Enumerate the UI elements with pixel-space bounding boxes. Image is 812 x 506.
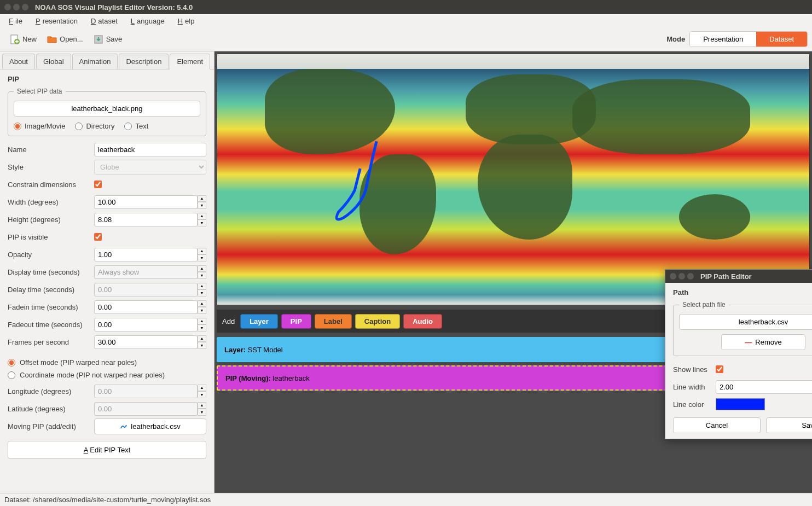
- show-lines-checkbox[interactable]: [716, 365, 723, 373]
- style-select: Globe: [94, 160, 206, 175]
- opacity-field[interactable]: [94, 248, 198, 261]
- map-preview[interactable]: [217, 54, 810, 305]
- tab-animation[interactable]: Animation: [72, 54, 118, 69]
- toolbar: New Open... Save Mode Presentation Datas…: [0, 27, 812, 51]
- statusbar: Dataset: /shared/sos/media/site-custom/t…: [0, 493, 812, 506]
- menubar: File Presentation Dataset Language Help: [0, 14, 812, 27]
- dialog-title: PIP Path Editor: [700, 272, 752, 281]
- delay-time-field: [94, 283, 198, 296]
- display-time-field: [94, 265, 198, 279]
- select-path-file-fieldset: Select path file leatherback.csv — Remov…: [673, 301, 812, 356]
- cancel-button[interactable]: Cancel: [673, 417, 761, 433]
- height-down[interactable]: ▼: [198, 219, 206, 226]
- save-icon: [93, 34, 104, 45]
- name-field[interactable]: [94, 143, 206, 156]
- statusbar-text: Dataset: /shared/sos/media/site-custom/t…: [4, 496, 211, 504]
- width-down[interactable]: ▼: [198, 202, 206, 209]
- add-caption-button[interactable]: Caption: [355, 314, 400, 329]
- mode-dataset-button[interactable]: Dataset: [756, 32, 807, 46]
- add-pip-button[interactable]: PIP: [281, 314, 311, 329]
- menu-file[interactable]: File: [4, 16, 25, 26]
- line-color-swatch[interactable]: [716, 398, 765, 410]
- edit-pip-text-button[interactable]: A Edit PIP Text: [8, 441, 206, 459]
- radio-coord-mode[interactable]: Coordinate mode (PIP not warped near pol…: [8, 369, 206, 381]
- tab-about[interactable]: About: [2, 54, 35, 69]
- add-label-button[interactable]: Label: [315, 314, 352, 329]
- element-form: PIP Select PIP data leatherback_black.pn…: [0, 69, 214, 493]
- mode-toggle: Presentation Dataset: [689, 31, 808, 47]
- height-up[interactable]: ▲: [198, 213, 206, 220]
- tab-global[interactable]: Global: [36, 54, 71, 69]
- format-icon: A: [84, 446, 88, 454]
- window-titlebar: NOAA SOS Visual Playlist Editor Version:…: [0, 0, 812, 14]
- pip-file-button[interactable]: leatherback_black.png: [14, 101, 200, 117]
- constrain-checkbox[interactable]: [94, 181, 102, 188]
- remove-icon: —: [745, 338, 752, 346]
- longitude-field: [94, 385, 198, 398]
- radio-directory[interactable]: Directory: [75, 122, 114, 130]
- path-header: Path: [673, 288, 812, 296]
- fps-field[interactable]: [94, 335, 198, 349]
- width-field[interactable]: [94, 195, 198, 209]
- latitude-field: [94, 402, 198, 416]
- maximize-icon[interactable]: [22, 4, 28, 10]
- menu-help[interactable]: Help: [173, 16, 197, 26]
- new-icon: [9, 34, 20, 45]
- add-layer-button[interactable]: Layer: [240, 314, 278, 329]
- menu-dataset[interactable]: Dataset: [86, 16, 120, 26]
- height-field[interactable]: [94, 213, 198, 226]
- dialog-save-button[interactable]: Save: [766, 417, 812, 433]
- mode-label: Mode: [666, 35, 685, 43]
- radio-image-movie[interactable]: Image/Movie: [14, 122, 65, 130]
- minimize-icon[interactable]: [13, 4, 20, 10]
- add-label: Add: [222, 317, 235, 325]
- visible-checkbox[interactable]: [94, 233, 102, 241]
- remove-button[interactable]: — Remove: [721, 334, 805, 350]
- tabs: About Global Animation Description Eleme…: [0, 51, 214, 69]
- radio-text[interactable]: Text: [124, 122, 148, 130]
- width-up[interactable]: ▲: [198, 195, 206, 202]
- save-button[interactable]: Save: [88, 31, 127, 48]
- pip-path-editor-dialog: PIP Path Editor Path Select path file le…: [665, 269, 812, 439]
- path-file-button[interactable]: leatherback.csv: [679, 314, 812, 330]
- radio-offset-mode[interactable]: Offset mode (PIP warped near poles): [8, 356, 206, 369]
- menu-language[interactable]: Language: [126, 16, 167, 26]
- window-title: NOAA SOS Visual Playlist Editor Version:…: [35, 3, 193, 11]
- right-panel: Add Layer PIP Label Caption Audio Frame …: [214, 51, 812, 493]
- path-icon: [120, 423, 127, 431]
- left-panel: About Global Animation Description Eleme…: [0, 51, 214, 493]
- fadeout-field[interactable]: [94, 318, 198, 331]
- dialog-close-icon[interactable]: [670, 273, 676, 280]
- tab-description[interactable]: Description: [119, 54, 169, 69]
- mode-presentation-button[interactable]: Presentation: [690, 32, 756, 46]
- open-button[interactable]: Open...: [42, 31, 88, 48]
- dialog-minimize-icon[interactable]: [678, 273, 685, 280]
- turtle-path: [217, 54, 809, 305]
- moving-pip-button[interactable]: leatherback.csv: [94, 418, 206, 434]
- close-icon[interactable]: [4, 4, 11, 10]
- menu-presentation[interactable]: Presentation: [31, 16, 80, 26]
- line-width-field[interactable]: [716, 380, 812, 394]
- pip-header: PIP: [8, 75, 206, 83]
- tab-element[interactable]: Element: [170, 54, 210, 69]
- add-audio-button[interactable]: Audio: [403, 314, 442, 329]
- new-button[interactable]: New: [4, 31, 42, 48]
- dialog-maximize-icon[interactable]: [687, 273, 694, 280]
- fadein-field[interactable]: [94, 300, 198, 314]
- select-pip-data-fieldset: Select PIP data leatherback_black.png Im…: [8, 88, 206, 136]
- open-icon: [47, 34, 57, 45]
